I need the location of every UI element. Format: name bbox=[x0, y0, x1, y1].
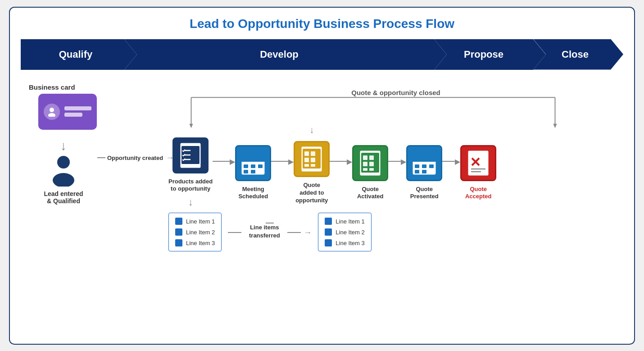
icons-row: Products addedto opportunity ↓ ▶ bbox=[168, 137, 623, 209]
products-icon-box bbox=[172, 137, 209, 173]
svg-rect-45 bbox=[415, 164, 419, 168]
svg-rect-51 bbox=[469, 153, 487, 173]
opp-created-label: Opportunity created bbox=[107, 155, 163, 161]
bc-avatar-icon bbox=[44, 104, 60, 120]
svg-rect-22 bbox=[244, 170, 248, 173]
person-icon bbox=[49, 154, 78, 187]
svg-point-43 bbox=[417, 151, 420, 155]
svg-rect-42 bbox=[412, 159, 436, 162]
li-square-1 bbox=[175, 218, 182, 225]
svg-point-0 bbox=[50, 108, 54, 112]
diagram-title: Lead to Opportunity Business Process Flo… bbox=[21, 17, 623, 31]
checklist-icon bbox=[179, 141, 202, 169]
svg-rect-46 bbox=[422, 164, 426, 168]
list-item: Line Item 3 bbox=[325, 239, 364, 246]
svg-rect-26 bbox=[304, 151, 309, 156]
list-item: Line Item 2 bbox=[175, 228, 215, 236]
list-item: Line Item 1 bbox=[175, 218, 215, 225]
svg-rect-48 bbox=[415, 170, 419, 173]
svg-rect-16 bbox=[241, 159, 265, 162]
li-square-r2 bbox=[325, 228, 332, 236]
arrow-2: ▶ bbox=[271, 157, 294, 166]
svg-marker-7 bbox=[553, 123, 557, 128]
flow-item-quote-activated: QuoteActivated bbox=[352, 145, 388, 201]
svg-rect-34 bbox=[363, 155, 367, 160]
arrow-3: ▶ bbox=[330, 157, 352, 166]
svg-point-44 bbox=[428, 151, 432, 155]
svg-rect-20 bbox=[251, 164, 255, 168]
svg-point-3 bbox=[53, 173, 74, 187]
svg-rect-37 bbox=[369, 162, 374, 166]
down-arrow-bc: ↓ bbox=[60, 140, 67, 152]
svg-point-1 bbox=[48, 113, 55, 117]
svg-marker-8 bbox=[189, 123, 193, 128]
quote-accepted-icon-box bbox=[460, 145, 496, 181]
quote-doc-icon bbox=[300, 145, 323, 173]
arrow-1: ▶ bbox=[213, 157, 235, 166]
flow-item-quote-accepted: QuoteAccepted bbox=[460, 145, 496, 201]
arrow-4: ▶ bbox=[388, 157, 406, 166]
svg-rect-23 bbox=[251, 170, 255, 173]
svg-rect-38 bbox=[363, 168, 367, 171]
down-arrow-products: ↓ bbox=[188, 196, 193, 208]
arrowhead-5: ▶ bbox=[455, 157, 460, 166]
quote-added-label: Quoteadded toopportunity bbox=[295, 182, 328, 205]
flow-item-products: Products addedto opportunity ↓ bbox=[168, 137, 213, 209]
svg-rect-28 bbox=[304, 158, 309, 162]
transfer-arrow: → bbox=[304, 228, 312, 237]
stage-qualify: Qualify bbox=[21, 39, 124, 70]
quote-presented-label: QuotePresented bbox=[410, 186, 439, 201]
svg-rect-49 bbox=[422, 170, 426, 173]
li-square-2 bbox=[175, 228, 182, 236]
line-items-left-box: Line Item 1 Line Item 2 Line Item 3 bbox=[168, 213, 222, 251]
quote-activated-icon-box bbox=[352, 145, 388, 181]
svg-rect-31 bbox=[311, 164, 315, 167]
line-items-transfer: Line items transferred → bbox=[228, 223, 312, 242]
meeting-icon-box bbox=[235, 145, 271, 181]
section-lead: Business card ↓ Lead ent bbox=[21, 83, 106, 205]
list-item: Line Item 2 bbox=[325, 228, 364, 236]
line-items-right-box: Line Item 1 Line Item 2 Line Item 3 bbox=[318, 213, 371, 251]
svg-rect-36 bbox=[363, 162, 367, 166]
li-square-3 bbox=[175, 239, 182, 246]
li-square-r3 bbox=[325, 239, 332, 246]
quote-closed-label: Quote & opportunity closed bbox=[351, 89, 440, 96]
diagram-container: Lead to Opportunity Business Process Flo… bbox=[9, 7, 635, 345]
arrow-5: ▶ bbox=[442, 157, 460, 166]
quote-accepted-icon bbox=[467, 149, 490, 177]
list-item: Line Item 3 bbox=[175, 239, 215, 246]
arrowhead-2: ▶ bbox=[288, 157, 294, 166]
quote-added-icon-box bbox=[294, 141, 330, 177]
arrowhead-3: ▶ bbox=[347, 157, 352, 166]
meeting-label: MeetingScheduled bbox=[238, 186, 268, 201]
svg-rect-47 bbox=[429, 164, 434, 168]
quote-activated-icon bbox=[358, 149, 382, 177]
person-icon-wrap: Lead entered& Qualified bbox=[44, 154, 83, 205]
li-square-r1 bbox=[325, 218, 332, 225]
stage-propose: Propose bbox=[434, 39, 533, 70]
flow-item-quote-added: ↓ Quoteadded toopportu bbox=[294, 141, 330, 205]
line-items-right-wrap: Line Item 1 Line Item 2 Line Item 3 bbox=[318, 213, 371, 251]
line-items-row: Line Item 1 Line Item 2 Line Item 3 bbox=[168, 213, 623, 251]
svg-rect-21 bbox=[258, 164, 263, 168]
arrowhead-4: ▶ bbox=[401, 157, 406, 166]
arrow-banner: Qualify Develop Propose Close bbox=[21, 39, 623, 70]
business-card-label: Business card bbox=[29, 83, 75, 91]
svg-point-18 bbox=[257, 151, 261, 155]
flow-item-quote-presented: QuotePresented bbox=[406, 145, 442, 201]
stage-close: Close bbox=[533, 39, 623, 70]
list-item: Line Item 1 bbox=[325, 218, 364, 225]
svg-rect-27 bbox=[311, 151, 315, 156]
svg-rect-30 bbox=[304, 164, 309, 167]
flow-area: Business card ↓ Lead ent bbox=[21, 83, 623, 261]
products-label: Products addedto opportunity bbox=[168, 178, 213, 193]
business-card-icon bbox=[38, 94, 97, 130]
transfer-label: Line items transferred bbox=[244, 223, 285, 240]
quote-activated-label: QuoteActivated bbox=[357, 186, 384, 201]
stage-develop: Develop bbox=[124, 39, 434, 70]
arrowhead-1: ▶ bbox=[230, 157, 235, 166]
svg-rect-35 bbox=[369, 155, 374, 160]
quote-accepted-label: QuoteAccepted bbox=[465, 186, 492, 201]
calendar-icon bbox=[240, 150, 266, 176]
quote-presented-icon-box bbox=[406, 145, 442, 181]
